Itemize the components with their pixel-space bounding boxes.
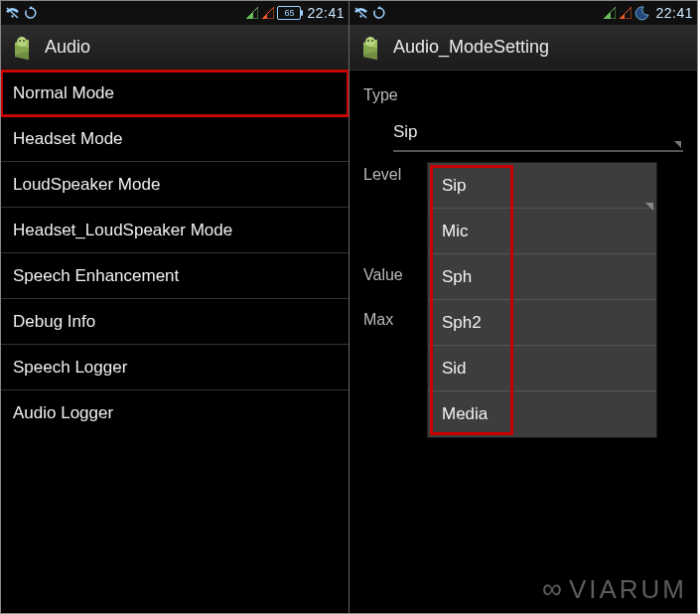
signal-1-icon: [603, 7, 616, 19]
dropdown-option[interactable]: Sph: [428, 254, 656, 300]
dropdown-option[interactable]: Sph2: [428, 300, 656, 346]
action-bar: Audio_ModeSetting: [350, 25, 697, 71]
battery-pct: 65: [284, 6, 294, 20]
svg-point-9: [365, 37, 375, 47]
app-icon: [9, 35, 35, 61]
menu-item[interactable]: Headset Mode: [1, 116, 349, 162]
form-container: Type Sip Level Value Max SipMicSphSph: [350, 71, 697, 613]
wifi-off-icon: [5, 7, 20, 19]
dropdown-option[interactable]: Media: [428, 391, 656, 437]
svg-point-10: [367, 40, 369, 42]
clock: 22:41: [655, 5, 693, 21]
menu-list-container: Normal ModeHeadset ModeLoudSpeaker ModeH…: [1, 71, 349, 613]
dropdown-option[interactable]: Sid: [428, 346, 656, 391]
value-label: Value: [363, 266, 403, 284]
page-title: Audio: [45, 37, 90, 58]
watermark: ∞ VIARUM: [542, 573, 687, 605]
menu-item[interactable]: LoudSpeaker Mode: [1, 162, 349, 208]
svg-point-3: [17, 37, 27, 47]
app-icon: [357, 35, 383, 61]
type-selected: Sip: [393, 122, 418, 142]
wifi-off-icon: [353, 7, 368, 19]
signal-1-icon: [245, 7, 258, 19]
menu-item[interactable]: Speech Enhancement: [1, 253, 349, 299]
chevron-down-icon: [674, 141, 681, 148]
screen-mode-setting: 22:41 Audio_ModeSetting Type Sip: [349, 1, 697, 613]
battery-icon: 65: [277, 6, 301, 20]
menu-item[interactable]: Headset_LoudSpeaker Mode: [1, 208, 349, 253]
svg-point-4: [19, 40, 21, 42]
svg-point-11: [371, 40, 373, 42]
signal-2-icon: [619, 7, 631, 19]
clock: 22:41: [307, 5, 345, 21]
menu-item[interactable]: Speech Logger: [1, 345, 349, 390]
menu-item[interactable]: Debug Info: [1, 299, 349, 345]
menu-item[interactable]: Audio Logger: [1, 390, 349, 436]
menu-item[interactable]: Normal Mode: [1, 71, 349, 116]
action-bar: Audio: [1, 25, 349, 71]
chevron-down-icon: [645, 203, 653, 211]
type-label: Type: [363, 86, 683, 104]
moon-icon: [634, 6, 649, 21]
max-label: Max: [363, 311, 393, 329]
dropdown-option[interactable]: Mic: [428, 209, 656, 254]
page-title: Audio_ModeSetting: [393, 37, 549, 58]
watermark-text: VIARUM: [569, 574, 687, 605]
dropdown-option[interactable]: Sip: [428, 163, 656, 209]
type-dropdown[interactable]: SipMicSphSph2SidMedia: [427, 162, 657, 438]
signal-2-icon: [261, 7, 274, 19]
svg-point-5: [23, 40, 25, 42]
infinity-icon: ∞: [542, 573, 565, 605]
sync-icon: [372, 6, 386, 20]
screen-audio: 65 22:41 Audio Normal ModeHeadset ModeLo…: [1, 1, 349, 613]
sync-icon: [24, 6, 38, 20]
status-bar: 22:41: [350, 1, 697, 25]
status-bar: 65 22:41: [1, 1, 349, 25]
type-spinner[interactable]: Sip: [393, 114, 683, 152]
menu-list: Normal ModeHeadset ModeLoudSpeaker ModeH…: [1, 71, 349, 436]
